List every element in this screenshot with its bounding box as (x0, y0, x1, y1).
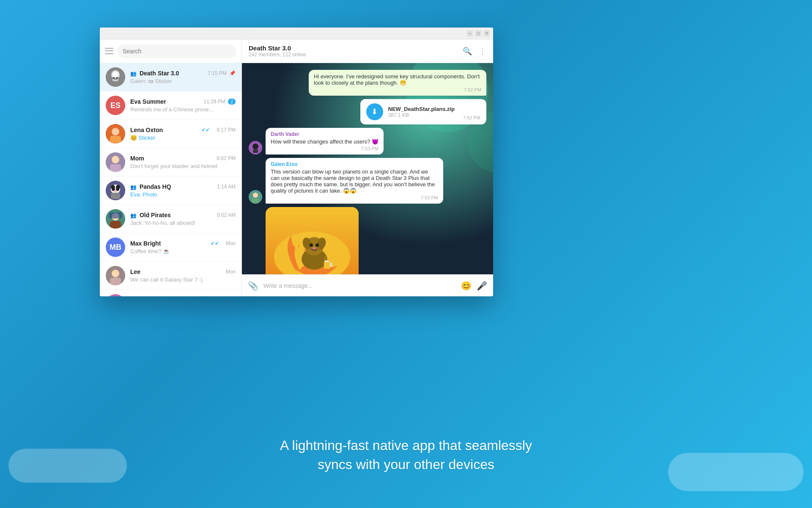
svg-rect-23 (109, 213, 122, 218)
avatar: ES (106, 96, 125, 115)
message-bubble: Hi everyone. I've redesigned some key st… (309, 70, 486, 96)
svg-point-42 (310, 243, 313, 247)
footer-text: A lightning-fast native app that seamles… (0, 436, 812, 474)
chat-item-pirates[interactable]: 👥 Old Pirates 0:02 AM Jack: Yo-ho-ho, al… (100, 205, 241, 233)
svg-point-28 (106, 294, 125, 296)
message-input[interactable] (263, 282, 456, 289)
message-row: Hi everyone. I've redesigned some key st… (249, 70, 486, 96)
avatar (106, 294, 125, 296)
message-row-vader: Darth Vader How will these changes affec… (249, 128, 486, 155)
chat-name: Eva Summer (130, 98, 166, 105)
search-chat-icon[interactable]: 🔍 (463, 47, 472, 56)
chat-info: Mom 8:02 PM Don't forget your blaster an… (130, 155, 236, 169)
chat-item-mom[interactable]: Mom 8:02 PM Don't forget your blaster an… (100, 148, 241, 177)
chat-info: Lena Oxton ✔✔ 9:17 PM 😊 Sticker (130, 127, 236, 141)
chat-name: 👥 Old Pirates (130, 212, 171, 218)
message-row-galen: Galen Erso This version can blow up two … (249, 158, 486, 204)
chat-time: 1:14 AM (217, 184, 236, 190)
chat-time: 9:17 PM (217, 127, 236, 133)
message-time: 7:52 PM (463, 115, 480, 120)
avatar: MB (106, 237, 125, 257)
file-name: NEW_DeathStar.plans.zip (388, 106, 455, 112)
message-bubble: Galen Erso This version can blow up two … (266, 158, 443, 204)
chat-time: 11:28 PM (204, 99, 225, 105)
file-download-icon[interactable]: ⬇ (366, 103, 383, 120)
chat-preview: Don't forget your blaster and helmet (130, 163, 236, 169)
chat-preview: Galen: 🎟 Sticker (130, 78, 236, 84)
svg-rect-9 (110, 136, 121, 144)
emoji-icon[interactable]: 😊 (461, 281, 472, 291)
avatar (106, 124, 125, 144)
svg-point-35 (253, 193, 258, 198)
svg-point-11 (112, 156, 119, 163)
chat-name: Lee (130, 268, 140, 275)
svg-point-32 (252, 144, 258, 149)
maximize-button[interactable]: □ (475, 30, 481, 36)
chat-time: 8:02 PM (217, 155, 236, 161)
avatar (249, 190, 262, 204)
sticker-image (266, 207, 359, 274)
chat-list: 👥 Death Star 3.0 7:15 PM 📌 Galen: 🎟 Stic… (100, 63, 241, 296)
svg-rect-24 (110, 221, 121, 229)
chat-name: Mom (130, 155, 144, 162)
chat-item-alex[interactable]: Alexandra Z Mon Workout_Shedule.pdf (100, 290, 241, 296)
app-body: 👥 Death Star 3.0 7:15 PM 📌 Galen: 🎟 Stic… (100, 39, 493, 296)
microphone-icon[interactable]: 🎤 (477, 281, 487, 291)
sidebar-header (100, 39, 241, 63)
chat-preview: 😊 Sticker (130, 135, 236, 141)
chat-preview: Coffee time? ☕ (130, 248, 236, 254)
menu-icon[interactable] (105, 47, 113, 55)
chat-info: 👥 Pandas HQ 1:14 AM Eva: Photo (130, 183, 236, 198)
file-size: 387.1 KB (388, 112, 455, 118)
close-button[interactable]: × (484, 30, 490, 36)
svg-point-43 (315, 243, 319, 247)
svg-rect-12 (110, 164, 121, 172)
svg-rect-48 (325, 260, 329, 262)
chat-name: 👥 Death Star 3.0 (130, 70, 179, 77)
svg-rect-33 (253, 149, 258, 153)
chat-title: Death Star 3.0 (249, 44, 463, 52)
chat-time: 7:15 PM (208, 70, 227, 76)
file-info: NEW_DeathStar.plans.zip 387.1 KB (388, 106, 455, 118)
sidebar: 👥 Death Star 3.0 7:15 PM 📌 Galen: 🎟 Stic… (100, 39, 242, 296)
svg-rect-20 (111, 193, 120, 199)
chat-preview: We can call it Galaxy Star 7 ;) (130, 276, 236, 283)
svg-rect-27 (110, 278, 121, 285)
attachment-icon[interactable]: 📎 (248, 281, 258, 291)
app-window: – □ × (100, 28, 493, 296)
pin-icon: 📌 (229, 70, 236, 76)
chat-item-lena[interactable]: Lena Oxton ✔✔ 9:17 PM 😊 Sticker (100, 120, 241, 148)
message-row-file: ⬇ NEW_DeathStar.plans.zip 387.1 KB 7:52 … (249, 99, 486, 124)
file-bubble: ⬇ NEW_DeathStar.plans.zip 387.1 KB 7:52 … (360, 99, 486, 124)
footer-line1: A lightning-fast native app that seamles… (280, 438, 532, 453)
sticker-row (266, 207, 486, 274)
chat-item-max[interactable]: MB Max Bright ✔✔ Mon Coffee time? ☕ (100, 233, 241, 262)
search-box[interactable] (118, 44, 236, 58)
sender-name: Galen Erso (271, 161, 438, 167)
chat-item-pandas[interactable]: 👥 Pandas HQ 1:14 AM Eva: Photo (100, 177, 241, 205)
chat-header-icons: 🔍 ⋮ (463, 47, 486, 56)
chat-name: Max Bright (130, 240, 161, 247)
avatar (106, 67, 125, 87)
sender-name: Darth Vader (271, 131, 379, 137)
chat-preview: Reminds me of a Chinese prove... (130, 106, 236, 113)
avatar (106, 152, 125, 172)
svg-rect-46 (324, 261, 330, 269)
search-input[interactable] (123, 48, 231, 55)
chat-item-lee[interactable]: Lee Mon We can call it Galaxy Star 7 ;) (100, 262, 241, 290)
input-area: 📎 😊 🎤 (242, 274, 493, 296)
svg-rect-47 (330, 262, 332, 267)
chat-item-eva[interactable]: ES Eva Summer 11:28 PM 2 Reminds me of a… (100, 91, 241, 120)
chat-header-info: Death Star 3.0 242 members, 112 online (249, 44, 463, 58)
read-receipt: ✔✔ (211, 240, 219, 246)
chat-info: 👥 Death Star 3.0 7:15 PM 📌 Galen: 🎟 Stic… (130, 70, 236, 84)
chat-preview: Jack: Yo-ho-ho, all aboard! (130, 220, 236, 226)
message-time: 7:52 PM (314, 87, 481, 92)
messages-area: Hi everyone. I've redesigned some key st… (242, 63, 493, 274)
svg-point-4 (112, 77, 115, 79)
chat-name: 👥 Pandas HQ (130, 183, 171, 190)
chat-item-death-star[interactable]: 👥 Death Star 3.0 7:15 PM 📌 Galen: 🎟 Stic… (100, 63, 241, 91)
chat-info: Lee Mon We can call it Galaxy Star 7 ;) (130, 268, 236, 283)
minimize-button[interactable]: – (467, 30, 473, 36)
more-options-icon[interactable]: ⋮ (479, 47, 486, 56)
